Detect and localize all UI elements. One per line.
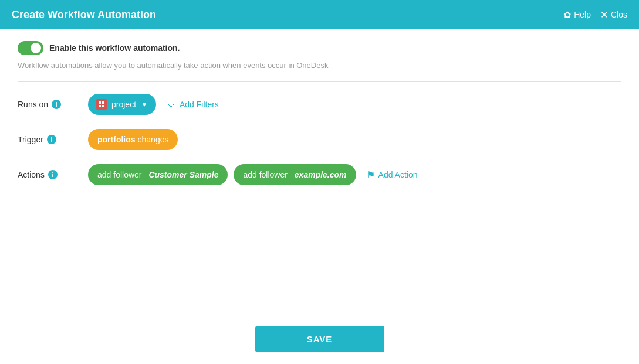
runs-on-value: project [111, 100, 136, 109]
modal-title: Create Workflow Automation [12, 9, 156, 21]
trigger-pill[interactable]: portfolios changes [88, 129, 178, 150]
runs-on-label: Runs on i [18, 100, 88, 109]
runs-on-row: Runs on i project ▼ [18, 94, 621, 115]
close-label: Clos [611, 10, 627, 19]
enable-toggle[interactable] [18, 41, 43, 55]
trigger-pill-bold: portfolios [97, 135, 136, 144]
svg-rect-2 [99, 105, 101, 107]
body-spacer [18, 199, 621, 302]
runs-on-dropdown[interactable]: project ▼ [88, 94, 156, 115]
modal-header: Create Workflow Automation ✿ Help ✕ Clos [0, 0, 639, 29]
action-pill-1[interactable]: add follower Customer Sample [88, 164, 228, 185]
actions-info-icon[interactable]: i [48, 170, 58, 179]
trigger-row: Trigger i portfolios changes [18, 129, 621, 150]
flag-icon: ⚑ [367, 169, 375, 181]
subtitle-text: Workflow automations allow you to automa… [18, 61, 621, 70]
runs-on-info-icon[interactable]: i [52, 100, 61, 109]
help-button[interactable]: ✿ Help [563, 9, 591, 21]
close-icon: ✕ [600, 9, 608, 21]
actions-row: Actions i add follower Customer Sample a… [18, 164, 621, 185]
svg-rect-3 [102, 105, 104, 107]
modal-footer: save [0, 314, 639, 364]
trigger-content: portfolios changes [88, 129, 178, 150]
action-pill-2[interactable]: add follower example.com [234, 164, 356, 185]
trigger-info-icon[interactable]: i [47, 135, 56, 144]
action1-value: Customer Sample [148, 170, 218, 179]
help-label: Help [574, 10, 591, 19]
action2-label: add follower [243, 170, 288, 179]
close-button[interactable]: ✕ Clos [600, 9, 627, 21]
action1-label: add follower [97, 170, 142, 179]
header-actions: ✿ Help ✕ Clos [563, 9, 627, 21]
divider [18, 81, 621, 82]
svg-rect-0 [99, 101, 101, 104]
trigger-pill-text: changes [138, 135, 169, 144]
project-icon [96, 99, 107, 110]
modal-container: Create Workflow Automation ✿ Help ✕ Clos… [0, 0, 639, 364]
add-filters-button[interactable]: ⛉ Add Filters [162, 97, 224, 112]
actions-content: add follower Customer Sample add followe… [88, 164, 422, 185]
actions-label: Actions i [18, 170, 88, 179]
add-action-label: Add Action [378, 170, 418, 179]
filter-icon: ⛉ [167, 99, 176, 110]
runs-on-content: project ▼ ⛉ Add Filters [88, 94, 224, 115]
action2-value: example.com [295, 170, 347, 179]
svg-rect-1 [102, 101, 104, 104]
trigger-label: Trigger i [18, 135, 88, 144]
help-icon: ✿ [563, 9, 571, 21]
save-button[interactable]: save [255, 326, 384, 352]
chevron-down-icon: ▼ [141, 100, 148, 108]
toggle-label: Enable this workflow automation. [49, 43, 180, 53]
toggle-slider [18, 41, 43, 55]
toggle-row: Enable this workflow automation. [18, 41, 621, 55]
add-filters-label: Add Filters [180, 100, 219, 109]
add-action-button[interactable]: ⚑ Add Action [362, 167, 422, 183]
modal-body: Enable this workflow automation. Workflo… [0, 29, 639, 314]
